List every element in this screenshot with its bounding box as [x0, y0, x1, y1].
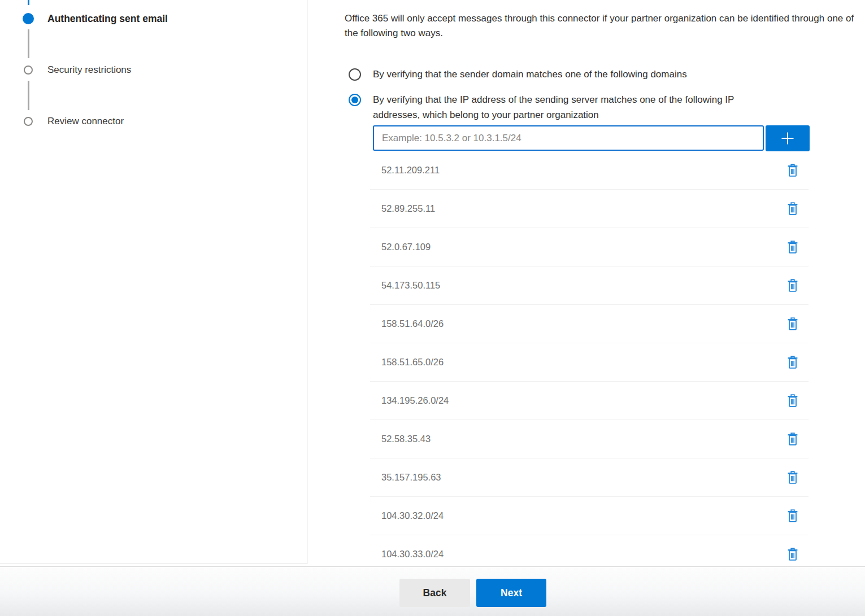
- trash-icon: [786, 240, 799, 255]
- wizard-stepper: Authenticating sent email Security restr…: [0, 0, 308, 563]
- ip-list-row: 158.51.65.0/26: [370, 343, 809, 382]
- radio-option-ip-address[interactable]: By verifying that the IP address of the …: [349, 94, 775, 123]
- radio-option-sender-domain[interactable]: By verifying that the sender domain matc…: [349, 68, 687, 81]
- step-indicator-active-icon: [23, 13, 34, 24]
- ip-list-row: 35.157.195.63: [370, 458, 809, 497]
- ip-value: 52.11.209.211: [381, 165, 440, 176]
- ip-list-row: 104.30.32.0/24: [370, 497, 809, 535]
- trash-icon: [786, 547, 799, 562]
- trash-icon: [786, 202, 799, 216]
- ip-value: 158.51.64.0/26: [381, 318, 444, 329]
- trash-icon: [786, 394, 799, 408]
- stepper-connector-previous: [28, 0, 29, 5]
- ip-value: 104.30.33.0/24: [381, 549, 444, 560]
- ip-list-row: 52.89.255.11: [370, 190, 809, 228]
- radio-selected-icon[interactable]: [349, 94, 361, 106]
- delete-ip-button[interactable]: [785, 316, 801, 333]
- ip-list-row: 104.30.33.0/24: [370, 535, 809, 566]
- stepper-connector: [28, 81, 29, 110]
- next-button[interactable]: Next: [476, 579, 546, 607]
- step-content: Office 365 will only accept messages thr…: [308, 0, 865, 566]
- ip-value: 35.157.195.63: [381, 472, 441, 483]
- delete-ip-button[interactable]: [785, 392, 801, 409]
- trash-icon: [786, 355, 799, 370]
- delete-ip-button[interactable]: [785, 508, 801, 525]
- intro-text: Office 365 will only accept messages thr…: [345, 11, 863, 41]
- delete-ip-button[interactable]: [785, 277, 801, 294]
- ip-list-row: 158.51.64.0/26: [370, 305, 809, 343]
- plus-icon: [779, 130, 796, 147]
- connector-wizard: Authenticating sent email Security restr…: [0, 0, 865, 566]
- radio-dot: [351, 71, 358, 78]
- ip-list-row: 134.195.26.0/24: [370, 382, 809, 420]
- ip-list-row: 52.0.67.109: [370, 228, 809, 267]
- trash-icon: [786, 470, 799, 485]
- ip-entry-row: [373, 125, 810, 151]
- step-indicator-icon: [24, 65, 33, 75]
- ip-list-row: 52.11.209.211: [370, 151, 809, 190]
- trash-icon: [786, 317, 799, 331]
- ip-value: 52.58.35.43: [381, 434, 431, 444]
- delete-ip-button[interactable]: [785, 354, 801, 371]
- delete-ip-button[interactable]: [785, 200, 801, 217]
- delete-ip-button[interactable]: [785, 546, 801, 563]
- step-review-connector: Review connector: [47, 115, 124, 128]
- radio-unselected-icon[interactable]: [349, 68, 361, 81]
- radio-dot: [351, 97, 358, 103]
- step-authenticating-sent-email: Authenticating sent email: [47, 12, 168, 25]
- ip-list-row: 52.58.35.43: [370, 420, 809, 458]
- wizard-footer: Back Next: [0, 566, 865, 616]
- radio-option-ip-address-label[interactable]: By verifying that the IP address of the …: [373, 92, 775, 123]
- delete-ip-button[interactable]: [785, 239, 801, 256]
- trash-icon: [786, 509, 799, 523]
- trash-icon: [786, 432, 799, 447]
- trash-icon: [786, 278, 799, 293]
- ip-value: 54.173.50.115: [381, 280, 440, 291]
- ip-list: 52.11.209.211 52.89.255.11: [370, 151, 809, 566]
- delete-ip-button[interactable]: [785, 469, 801, 486]
- radio-option-sender-domain-label[interactable]: By verifying that the sender domain matc…: [373, 68, 687, 81]
- back-button[interactable]: Back: [399, 579, 470, 607]
- delete-ip-button[interactable]: [785, 431, 801, 448]
- delete-ip-button[interactable]: [785, 162, 801, 179]
- ip-value: 52.89.255.11: [381, 203, 435, 214]
- ip-value: 158.51.65.0/26: [381, 357, 444, 368]
- add-ip-button[interactable]: [766, 125, 810, 151]
- step-security-restrictions: Security restrictions: [47, 64, 131, 76]
- ip-address-input[interactable]: [373, 125, 764, 151]
- step-indicator-icon: [24, 117, 33, 126]
- trash-icon: [786, 163, 799, 178]
- stepper-connector: [28, 29, 29, 58]
- ip-value: 52.0.67.109: [381, 242, 431, 252]
- ip-value: 134.195.26.0/24: [381, 395, 449, 406]
- ip-value: 104.30.32.0/24: [381, 510, 444, 521]
- ip-list-row: 54.173.50.115: [370, 267, 809, 305]
